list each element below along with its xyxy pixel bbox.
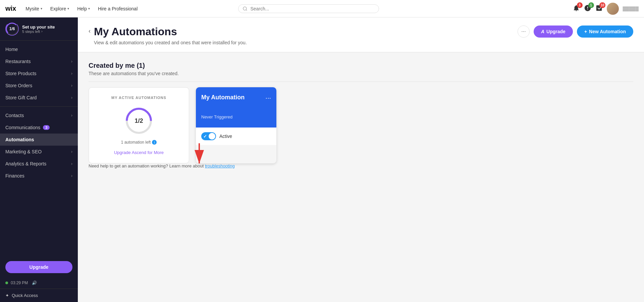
upgrade-icon: A xyxy=(541,29,544,34)
sidebar-quick-access[interactable]: ✦ Quick Access xyxy=(0,289,78,302)
automation-left-text: 1 automation left i xyxy=(121,140,157,145)
sidebar-time: 03:29 PM 🔊 xyxy=(0,277,78,289)
active-automations-card: MY ACTIVE AUTOMATIONS 1/2 1 automation l… xyxy=(89,87,189,163)
sidebar-divider-1 xyxy=(0,106,78,107)
search-bar xyxy=(238,4,379,13)
automation-card-top: My Automation Never Triggered ··· xyxy=(196,87,276,128)
site-name-btn[interactable]: Mysite ▾ xyxy=(23,5,45,13)
explore-chevron-icon: ▾ xyxy=(67,7,69,10)
store-orders-chevron-icon: › xyxy=(71,83,72,88)
svg-point-0 xyxy=(243,7,247,10)
sidebar-item-home[interactable]: Home xyxy=(0,43,78,55)
section-subtitle: These are automations that you've create… xyxy=(89,71,633,76)
topnav-icons: 3 1 10 ▓▓▓▓▓ xyxy=(573,3,639,15)
info-icon: i xyxy=(152,140,157,145)
avatar-name[interactable]: ▓▓▓▓▓ xyxy=(623,6,639,11)
sidebar-item-analytics-reports[interactable]: Analytics & Reports › xyxy=(0,158,78,170)
section-title: Created by me (1) xyxy=(89,62,633,69)
notifications-badge: 3 xyxy=(577,2,583,8)
time-dot-icon xyxy=(5,282,8,284)
sidebar-item-store-orders[interactable]: Store Orders › xyxy=(0,80,78,92)
setup-steps: 5 steps left › xyxy=(22,30,55,34)
automation-trigger: Never Triggered xyxy=(201,114,245,119)
help-btn[interactable]: Help ▾ xyxy=(74,5,93,13)
toggle-check-icon: ✓ xyxy=(203,134,207,139)
page-subtitle: View & edit automations you created and … xyxy=(94,40,247,45)
communications-badge: 3 xyxy=(43,125,50,130)
clock-time: 03:29 PM xyxy=(11,281,28,285)
setup-chevron-icon: › xyxy=(41,30,42,33)
automation-toggle[interactable]: ✓ xyxy=(201,132,216,140)
sidebar-item-store-gift-card[interactable]: Store Gift Card › xyxy=(0,92,78,104)
donut-chart: 1/2 xyxy=(124,106,154,136)
alerts-badge: 1 xyxy=(588,2,594,8)
sidebar-item-marketing-seo[interactable]: Marketing & SEO › xyxy=(0,146,78,158)
toggle-knob xyxy=(209,133,215,140)
sidebar-item-contacts[interactable]: Contacts › xyxy=(0,109,78,121)
marketing-chevron-icon: › xyxy=(71,149,72,154)
arrow-indicator xyxy=(189,143,290,170)
donut-value: 1/2 xyxy=(135,117,143,124)
red-arrow-icon xyxy=(189,143,209,170)
search-icon xyxy=(243,6,248,11)
sidebar-item-store-products[interactable]: Store Products › xyxy=(0,67,78,80)
sidebar: 1/6 Set up your site 5 steps left › Home… xyxy=(0,17,78,302)
setup-progress[interactable]: 1/6 Set up your site 5 steps left › xyxy=(0,17,78,41)
automation-name: My Automation xyxy=(201,94,245,101)
quick-access-icon: ✦ xyxy=(5,293,9,298)
more-options-btn[interactable]: ··· xyxy=(518,26,530,38)
main-layout: 1/6 Set up your site 5 steps left › Home… xyxy=(0,17,644,302)
search-input[interactable] xyxy=(250,6,375,11)
alerts-btn[interactable]: 1 xyxy=(584,4,591,13)
cards-row: MY ACTIVE AUTOMATIONS 1/2 1 automation l… xyxy=(89,87,633,163)
content-body: Created by me (1) These are automations … xyxy=(78,52,644,178)
sidebar-item-finances[interactable]: Finances › xyxy=(0,170,78,182)
toggle-switch[interactable]: ✓ xyxy=(201,132,216,140)
updates-btn[interactable]: 10 xyxy=(595,4,603,13)
help-chevron-icon: ▾ xyxy=(88,7,90,10)
plus-icon: + xyxy=(584,29,587,34)
content-header: ‹ My Automations View & edit automations… xyxy=(78,17,644,52)
sidebar-item-communications[interactable]: Communications 3 xyxy=(0,121,78,134)
site-chevron-icon: ▾ xyxy=(41,7,42,10)
setup-circle: 1/6 xyxy=(5,22,19,36)
volume-icon: 🔊 xyxy=(32,281,37,285)
finances-chevron-icon: › xyxy=(71,173,72,178)
section-divider xyxy=(89,82,633,82)
back-button[interactable]: ‹ xyxy=(89,28,91,35)
contacts-chevron-icon: › xyxy=(71,113,72,118)
topnav: wix Mysite ▾ Explore ▾ Help ▾ Hire a Pro… xyxy=(0,0,644,17)
new-automation-btn[interactable]: + New Automation xyxy=(577,26,633,38)
sidebar-item-restaurants[interactable]: Restaurants › xyxy=(0,55,78,67)
wix-logo[interactable]: wix xyxy=(5,5,16,12)
content-area: ‹ My Automations View & edit automations… xyxy=(78,17,644,302)
page-title: My Automations xyxy=(94,26,247,38)
analytics-chevron-icon: › xyxy=(71,161,72,166)
notifications-btn[interactable]: 3 xyxy=(573,4,580,13)
restaurants-chevron-icon: › xyxy=(71,59,72,64)
setup-title: Set up your site xyxy=(22,24,55,30)
automation-card-bottom: ✓ Active xyxy=(196,128,276,145)
store-gift-card-chevron-icon: › xyxy=(71,95,72,100)
active-label: Active xyxy=(219,134,232,139)
sidebar-upgrade-btn[interactable]: Upgrade xyxy=(5,261,72,273)
sidebar-item-automations[interactable]: Automations xyxy=(0,134,78,146)
active-automations-title: MY ACTIVE AUTOMATIONS xyxy=(111,96,166,100)
sidebar-nav: Home Restaurants › Store Products › Stor… xyxy=(0,41,78,257)
help-text: Need help to get an automation working? … xyxy=(89,163,633,168)
svg-line-1 xyxy=(246,9,247,10)
store-products-chevron-icon: › xyxy=(71,71,72,76)
upgrade-ascend-link[interactable]: Upgrade Ascend for More xyxy=(114,150,164,155)
updates-badge: 10 xyxy=(599,2,605,8)
hire-professional-btn[interactable]: Hire a Professional xyxy=(95,5,140,13)
explore-btn[interactable]: Explore ▾ xyxy=(48,5,72,13)
automation-options-btn[interactable]: ··· xyxy=(265,94,271,102)
upgrade-btn[interactable]: A Upgrade xyxy=(534,26,573,38)
avatar[interactable] xyxy=(607,3,619,15)
